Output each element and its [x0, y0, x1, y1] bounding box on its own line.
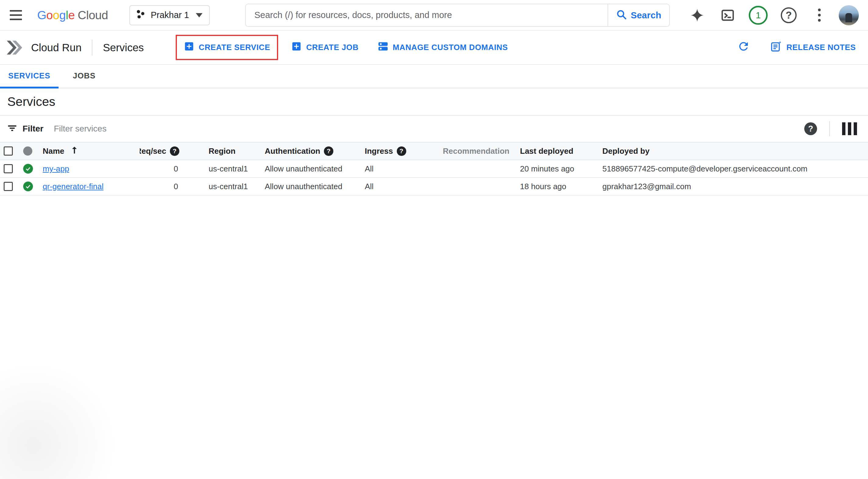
refresh-button[interactable]: [737, 40, 750, 55]
global-search: Search: [245, 4, 670, 27]
column-header-req-sec[interactable]: Req/sec ?: [140, 146, 183, 156]
filter-icon: [7, 123, 18, 135]
column-header-name[interactable]: Name: [39, 146, 140, 157]
column-header-recommendation[interactable]: Recommendation: [439, 146, 516, 156]
page-header-right: RELEASE NOTES: [737, 40, 856, 55]
help-badge-icon[interactable]: ?: [170, 146, 179, 156]
section-title: Services: [103, 41, 144, 54]
product-title: Cloud Run: [31, 41, 82, 54]
column-header-authentication[interactable]: Authentication ?: [261, 146, 361, 156]
deployed-by-value: 518896577425-compute@developer.gservicea…: [602, 164, 808, 174]
refresh-icon: [737, 40, 750, 55]
table-row: qr-generator-final 0 us-central1 Allow u…: [0, 178, 868, 196]
manage-custom-domains-label: MANAGE CUSTOM DOMAINS: [393, 43, 508, 52]
auth-value: Allow unauthenticated: [265, 182, 342, 191]
row-checkbox[interactable]: [4, 164, 13, 173]
avatar[interactable]: [839, 5, 859, 25]
content-header: Services: [0, 88, 868, 115]
column-header-last-deployed[interactable]: Last deployed: [516, 146, 599, 156]
help-badge-icon[interactable]: ?: [397, 146, 406, 156]
search-input[interactable]: [246, 4, 608, 26]
highlight-box: CREATE SERVICE: [176, 35, 278, 60]
notifications-count: 1: [749, 6, 768, 25]
help-icon[interactable]: ?: [778, 4, 800, 26]
divider: [92, 40, 92, 56]
release-notes-icon: [770, 40, 782, 55]
create-job-label: CREATE JOB: [306, 43, 359, 52]
cloud-console-app: G o o g l e Cloud Prakhar 1: [0, 0, 868, 479]
chevron-down-icon: [196, 13, 203, 18]
more-options-icon[interactable]: [808, 4, 830, 26]
column-header-ingress[interactable]: Ingress ?: [361, 146, 439, 156]
release-notes-button[interactable]: RELEASE NOTES: [770, 40, 856, 55]
release-notes-label: RELEASE NOTES: [786, 43, 856, 52]
create-service-label: CREATE SERVICE: [199, 43, 270, 52]
status-ok-icon: [23, 182, 33, 191]
logo-letter: o: [53, 8, 59, 22]
table-header-row: Name Req/sec ? Region Authentication ? I…: [0, 142, 868, 160]
filter-input[interactable]: [54, 124, 804, 133]
auth-value: Allow unauthenticated: [265, 164, 342, 174]
create-job-button[interactable]: CREATE JOB: [291, 41, 359, 54]
column-header-region[interactable]: Region: [183, 146, 261, 156]
cloud-shell-icon[interactable]: [717, 4, 739, 26]
region-value: us-central1: [209, 182, 248, 191]
req-sec-value: 0: [174, 182, 178, 191]
table-row: my-app 0 us-central1 Allow unauthenticat…: [0, 160, 868, 178]
search-button-label: Search: [631, 10, 661, 21]
row-checkbox[interactable]: [4, 182, 13, 191]
logo-letter: l: [66, 8, 68, 22]
status-ok-icon: [23, 164, 33, 174]
page-title: Services: [7, 95, 55, 109]
google-cloud-logo[interactable]: G o o g l e Cloud: [37, 8, 108, 22]
add-box-icon: [184, 41, 194, 54]
tab-services[interactable]: SERVICES: [0, 65, 59, 88]
top-bar: G o o g l e Cloud Prakhar 1: [0, 0, 868, 31]
tab-jobs[interactable]: JOBS: [59, 65, 110, 88]
logo-letter: G: [37, 8, 46, 22]
search-button[interactable]: Search: [608, 4, 669, 26]
logo-letter: g: [59, 8, 66, 22]
column-header-deployed-by[interactable]: Deployed by: [599, 146, 868, 156]
page-header: Cloud Run Services CREATE SERVICE CREATE…: [0, 31, 868, 65]
last-deployed-value: 18 hours ago: [520, 182, 566, 191]
ingress-value: All: [365, 164, 374, 174]
service-link[interactable]: qr-generator-final: [43, 182, 103, 191]
logo-letter: o: [46, 8, 53, 22]
notifications-badge[interactable]: 1: [747, 4, 769, 26]
logo-cloud-text: Cloud: [78, 8, 108, 22]
cloud-run-icon: [5, 37, 26, 58]
search-icon: [616, 9, 627, 21]
project-selector[interactable]: Prakhar 1: [129, 5, 210, 25]
gemini-icon[interactable]: [686, 4, 708, 26]
filter-bar: Filter ?: [0, 116, 868, 142]
ingress-value: All: [365, 182, 374, 191]
project-name: Prakhar 1: [151, 10, 189, 20]
create-service-button[interactable]: CREATE SERVICE: [184, 41, 270, 54]
add-box-icon: [291, 41, 302, 54]
column-display-icon[interactable]: [842, 122, 857, 135]
menu-icon[interactable]: [7, 6, 25, 24]
status-column-icon: [23, 146, 32, 156]
filter-label[interactable]: Filter: [23, 124, 43, 133]
select-all-checkbox[interactable]: [4, 146, 13, 156]
sort-ascending-icon[interactable]: [70, 146, 79, 157]
manage-custom-domains-button[interactable]: MANAGE CUSTOM DOMAINS: [378, 41, 508, 54]
project-icon: [135, 9, 146, 21]
top-bar-icons: 1 ?: [686, 4, 859, 26]
service-link[interactable]: my-app: [43, 164, 69, 174]
deployed-by-value: gprakhar123@gmail.com: [602, 182, 691, 191]
dns-icon: [378, 41, 389, 54]
region-value: us-central1: [209, 164, 248, 174]
divider: [829, 121, 830, 137]
help-badge-icon[interactable]: ?: [324, 146, 333, 156]
req-sec-value: 0: [174, 164, 178, 174]
logo-letter: e: [68, 8, 75, 22]
tab-bar: SERVICES JOBS: [0, 65, 868, 88]
table-help-icon[interactable]: ?: [804, 122, 817, 135]
last-deployed-value: 20 minutes ago: [520, 164, 574, 174]
